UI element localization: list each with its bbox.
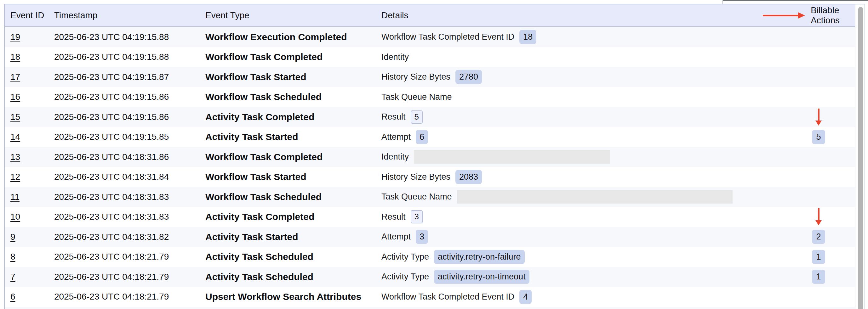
billable-actions-cell: 2 — [779, 230, 855, 244]
detail-value-badge: 4 — [519, 290, 532, 304]
event-details: Attempt 3 — [376, 230, 779, 244]
event-timestamp: 2025-06-23 UTC 04:18:31.83 — [54, 212, 169, 221]
event-timestamp: 2025-06-23 UTC 04:19:15.85 — [54, 132, 169, 142]
event-details: Task Queue Name — [376, 92, 779, 102]
event-type: Activity Task Started — [205, 232, 298, 242]
redacted-value-bar — [457, 190, 733, 204]
event-timestamp: 2025-06-23 UTC 04:19:15.88 — [54, 32, 169, 42]
event-type: Workflow Task Scheduled — [205, 192, 321, 202]
column-header-event-id[interactable]: Event ID — [5, 10, 49, 21]
detail-label: Task Queue Name — [381, 192, 452, 202]
table-row: 17 2025-06-23 UTC 04:19:15.87 Workflow T… — [5, 67, 855, 87]
event-details: Workflow Task Completed Event ID 4 — [376, 290, 779, 304]
red-arrow-down-icon — [815, 109, 822, 126]
billable-actions-cell: 1 — [779, 250, 855, 264]
table-row: 14 2025-06-23 UTC 04:19:15.85 Activity T… — [5, 127, 855, 147]
red-arrow-down-icon — [815, 208, 822, 225]
detail-label: Result — [381, 112, 406, 122]
billable-actions-cell: 5 — [779, 130, 855, 144]
event-type: Workflow Task Started — [205, 171, 306, 182]
event-id-link[interactable]: 9 — [10, 232, 16, 242]
table-header-row: Event ID Timestamp Event Type Details Bi… — [5, 4, 855, 27]
table-row: 18 2025-06-23 UTC 04:19:15.88 Workflow T… — [5, 47, 855, 67]
table-row: 8 2025-06-23 UTC 04:18:21.79 Activity Ta… — [5, 247, 855, 267]
event-type: Activity Task Completed — [205, 112, 314, 122]
event-id-link[interactable]: 6 — [10, 292, 16, 302]
event-details: Activity Type activity.retry-on-timeout — [376, 270, 779, 284]
event-details: Attempt 6 — [376, 130, 779, 144]
table-row: 10 2025-06-23 UTC 04:18:31.83 Activity T… — [5, 207, 855, 227]
event-type: Workflow Execution Completed — [205, 32, 347, 42]
event-id-link[interactable]: 10 — [10, 212, 20, 221]
event-id-link[interactable]: 7 — [10, 272, 16, 282]
detail-value-badge: 18 — [519, 30, 536, 44]
event-timestamp: 2025-06-23 UTC 04:18:31.86 — [54, 152, 169, 162]
detail-label: Task Queue Name — [381, 92, 452, 102]
event-history-table: Event ID Timestamp Event Type Details Bi… — [4, 4, 865, 309]
billable-actions-cell: 1 — [779, 270, 855, 284]
event-id-link[interactable]: 19 — [10, 32, 20, 42]
table-row: 6 2025-06-23 UTC 04:18:21.79 Upsert Work… — [5, 287, 855, 307]
billable-actions-badge: 5 — [812, 130, 825, 144]
billable-actions-badge: 2 — [812, 230, 825, 244]
event-timestamp: 2025-06-23 UTC 04:19:15.87 — [54, 72, 169, 82]
event-details: History Size Bytes 2083 — [376, 170, 779, 184]
detail-value-badge: 5 — [411, 110, 423, 124]
detail-label: Workflow Task Completed Event ID — [381, 292, 514, 302]
event-id-link[interactable]: 14 — [10, 132, 20, 142]
detail-value-badge: 3 — [416, 230, 428, 244]
event-id-link[interactable]: 11 — [10, 192, 20, 202]
event-id-link[interactable]: 8 — [10, 252, 16, 262]
red-arrow-right-icon — [763, 12, 805, 19]
event-timestamp: 2025-06-23 UTC 04:18:21.79 — [54, 252, 169, 262]
event-details: Workflow Task Completed Event ID 18 — [376, 30, 779, 44]
event-type: Upsert Workflow Search Attributes — [205, 291, 361, 302]
event-details: Identity — [376, 150, 779, 164]
event-details: Result 3 — [376, 210, 779, 224]
detail-label: Activity Type — [381, 252, 429, 262]
vertical-scrollbar[interactable] — [856, 4, 865, 309]
event-type: Workflow Task Completed — [205, 152, 322, 162]
event-id-link[interactable]: 13 — [10, 152, 20, 162]
event-id-link[interactable]: 15 — [10, 112, 20, 122]
event-timestamp: 2025-06-23 UTC 04:18:21.79 — [54, 272, 169, 282]
scrollbar-thumb[interactable] — [858, 7, 863, 309]
table-row: 19 2025-06-23 UTC 04:19:15.88 Workflow E… — [5, 27, 855, 47]
table-row: 11 2025-06-23 UTC 04:18:31.83 Workflow T… — [5, 187, 855, 207]
detail-label: Attempt — [381, 132, 411, 142]
table-row: 15 2025-06-23 UTC 04:19:15.86 Activity T… — [5, 107, 855, 127]
column-header-timestamp[interactable]: Timestamp — [49, 10, 200, 21]
event-type: Workflow Task Started — [205, 72, 306, 82]
detail-value-badge: 3 — [411, 210, 423, 224]
event-type: Activity Task Scheduled — [205, 251, 313, 262]
event-details: Identity — [376, 52, 779, 62]
column-header-event-type[interactable]: Event Type — [200, 10, 376, 21]
billable-actions-cell — [779, 109, 855, 126]
event-id-link[interactable]: 16 — [10, 92, 20, 102]
event-id-link[interactable]: 18 — [10, 52, 20, 62]
table-content: Event ID Timestamp Event Type Details Bi… — [5, 4, 856, 309]
event-timestamp: 2025-06-23 UTC 04:19:15.88 — [54, 52, 169, 62]
column-header-billable-actions: Billable Actions — [779, 5, 855, 26]
table-row: 9 2025-06-23 UTC 04:18:31.82 Activity Ta… — [5, 227, 855, 247]
event-type: Activity Task Completed — [205, 211, 314, 222]
detail-label: Identity — [381, 52, 409, 62]
event-timestamp: 2025-06-23 UTC 04:18:31.83 — [54, 192, 169, 202]
billable-actions-badge: 1 — [812, 250, 825, 264]
billable-actions-label: Billable Actions — [811, 5, 840, 26]
event-type: Workflow Task Scheduled — [205, 92, 321, 102]
event-details: History Size Bytes 2780 — [376, 70, 779, 84]
next-row-partial — [5, 307, 855, 309]
event-id-link[interactable]: 17 — [10, 72, 20, 82]
event-details: Activity Type activity.retry-on-failure — [376, 250, 779, 264]
table-row: 16 2025-06-23 UTC 04:19:15.86 Workflow T… — [5, 87, 855, 107]
event-timestamp: 2025-06-23 UTC 04:18:31.84 — [54, 172, 169, 181]
table-row: 7 2025-06-23 UTC 04:18:21.79 Activity Ta… — [5, 267, 855, 287]
panel-top-border — [723, 0, 868, 1]
event-timestamp: 2025-06-23 UTC 04:18:21.79 — [54, 292, 169, 302]
detail-value-badge: activity.retry-on-timeout — [434, 270, 529, 284]
event-id-link[interactable]: 12 — [10, 172, 20, 181]
detail-label: Workflow Task Completed Event ID — [381, 32, 514, 42]
detail-value-badge: 6 — [416, 130, 428, 144]
detail-label: History Size Bytes — [381, 72, 451, 82]
